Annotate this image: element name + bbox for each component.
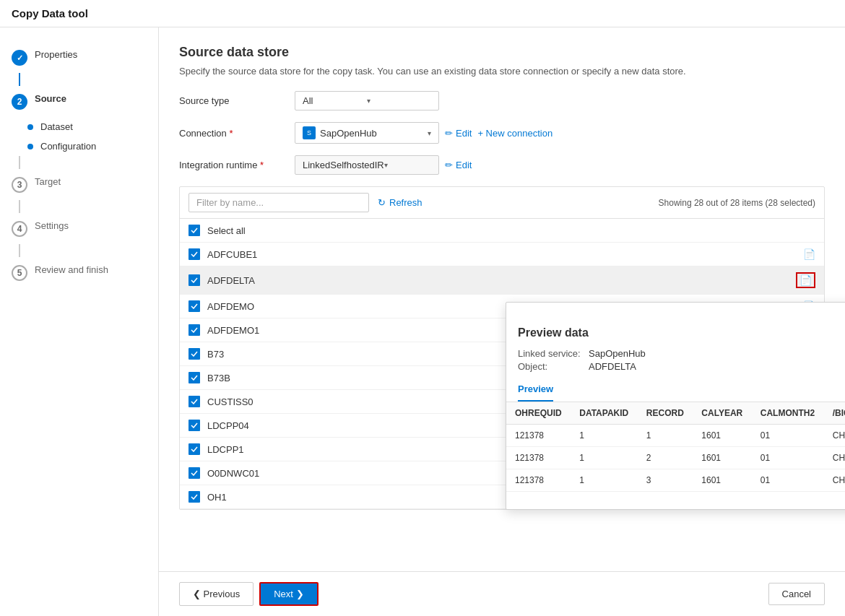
page-title: Source data store (179, 45, 825, 60)
sidebar-item-dataset[interactable]: Dataset (0, 117, 158, 136)
new-connection-link[interactable]: + New connection (477, 128, 552, 139)
preview-object-row: Object: ADFDELTA (518, 361, 845, 372)
connector-4 (19, 244, 20, 257)
app-title: Copy Data tool (0, 0, 845, 27)
item-name-5: B73B (207, 373, 230, 383)
edit-pencil-icon: ✏ (445, 128, 453, 139)
table-row: 121378 1 3 1601 01 CH04 AM (506, 469, 845, 492)
item-checkbox-4[interactable] (188, 348, 200, 360)
item-checkbox-2[interactable] (188, 300, 200, 312)
preview-panel: ⧈ ✕ Preview data Linked service: SapOpen… (506, 302, 845, 510)
table-toolbar: ↻ Refresh Showing 28 out of 28 items (28… (180, 187, 824, 219)
next-button[interactable]: Next ❯ (259, 582, 318, 606)
sidebar-label-settings: Settings (35, 220, 69, 231)
sidebar-item-source[interactable]: 2 Source (0, 86, 158, 117)
source-type-row: Source type All ▾ (179, 91, 825, 110)
refresh-button[interactable]: ↻ Refresh (378, 197, 422, 208)
item-name-8: LDCPP1 (207, 444, 244, 455)
cell: 1601 (693, 447, 751, 469)
col-header-4: CALMONTH2 (752, 402, 824, 425)
select-all-label: Select all (207, 225, 246, 236)
preview-title: Preview data (506, 324, 845, 345)
item-checkbox-6[interactable] (188, 396, 200, 407)
col-header-3: CALYEAR (693, 402, 751, 425)
sidebar-item-properties[interactable]: ✓ Properties (0, 42, 158, 73)
footer-nav: ❮ Previous Next ❯ (179, 582, 318, 606)
cell: 3 (638, 469, 693, 492)
connection-dropdown[interactable]: S SapOpenHub ▾ (295, 122, 439, 144)
page-description: Specify the source data store for the co… (179, 66, 825, 77)
table-row: 121378 1 2 1601 01 CH02 AM (506, 447, 845, 469)
item-checkbox-1[interactable] (188, 274, 200, 286)
table-row: 121378 1 1 1601 01 CH02 AM (506, 425, 845, 447)
refresh-icon: ↻ (378, 197, 386, 208)
item-name-6: CUSTISS0 (207, 396, 254, 407)
cell: 1 (571, 469, 638, 492)
item-checkbox-9[interactable] (188, 467, 200, 479)
edit-integration-icon: ✏ (445, 160, 453, 170)
item-name-7: LDCPP04 (207, 420, 249, 431)
col-header-0: OHREQUID (506, 402, 571, 425)
connection-label: Connection * (179, 128, 295, 139)
sidebar-item-target[interactable]: 3 Target (0, 169, 158, 200)
sidebar: ✓ Properties 2 Source Dataset (0, 27, 159, 616)
connector-1 (19, 73, 20, 86)
previous-button[interactable]: ❮ Previous (179, 582, 254, 606)
item-name-0: ADFCUBE1 (207, 249, 257, 260)
step-circle-source: 2 (12, 94, 27, 110)
sidebar-item-settings[interactable]: 4 Settings (0, 213, 158, 244)
cell: 1601 (693, 469, 751, 492)
preview-icon-1[interactable]: 📄 (796, 272, 815, 288)
preview-tab[interactable]: Preview (518, 378, 553, 402)
sidebar-label-target: Target (35, 176, 61, 187)
new-connection-label: + New connection (477, 128, 552, 139)
preview-header: ⧈ ✕ (506, 303, 845, 324)
sidebar-label-configuration: Configuration (40, 141, 96, 152)
cell: CH04 (824, 469, 845, 492)
preview-icon-0[interactable]: 📄 (803, 248, 815, 260)
cell: 01 (752, 469, 824, 492)
col-header-5: /BIC/PBOOK (824, 402, 845, 425)
footer: ❮ Previous Next ❯ Cancel (159, 571, 845, 616)
edit-integration-link[interactable]: ✏ Edit (445, 160, 472, 170)
resize-handle[interactable]: ⤡ (506, 492, 845, 509)
preview-linked-service-value: SapOpenHub (589, 348, 646, 359)
select-all-checkbox[interactable] (188, 225, 200, 236)
source-type-dropdown[interactable]: All ▾ (295, 91, 439, 110)
item-checkbox-0[interactable] (188, 248, 200, 260)
cancel-button[interactable]: Cancel (768, 583, 825, 605)
item-name-2: ADFDEMO (207, 301, 254, 312)
connector-2 (19, 156, 20, 169)
connector-3 (19, 200, 20, 213)
connection-row: Connection * S SapOpenHub ▾ ✏ Edit (179, 122, 825, 144)
cell: 1 (571, 425, 638, 447)
item-name-3: ADFDEMO1 (207, 325, 259, 336)
item-checkbox-10[interactable] (188, 491, 200, 503)
sidebar-label-review: Review and finish (35, 264, 108, 275)
item-checkbox-8[interactable] (188, 443, 200, 455)
integration-runtime-dropdown[interactable]: LinkedSelfhostedIR ▾ (295, 155, 439, 175)
item-name-4: B73 (207, 349, 224, 360)
sidebar-label-properties: Properties (35, 49, 77, 60)
filter-input[interactable] (188, 193, 369, 212)
source-type-arrow-icon: ▾ (367, 97, 431, 105)
item-checkbox-5[interactable] (188, 372, 200, 383)
edit-connection-label: Edit (456, 128, 472, 139)
sidebar-item-configuration[interactable]: Configuration (0, 136, 158, 156)
list-item[interactable]: ADFCUBE1 📄 (180, 243, 824, 266)
showing-text: Showing 28 out of 28 items (28 selected) (659, 198, 815, 208)
edit-connection-link[interactable]: ✏ Edit (445, 128, 472, 139)
cell: 1 (571, 447, 638, 469)
cell: 121378 (506, 425, 571, 447)
integration-runtime-value: LinkedSelfhostedIR (303, 160, 384, 170)
item-name-9: O0DNWC01 (207, 468, 259, 479)
item-checkbox-7[interactable] (188, 420, 200, 431)
item-checkbox-3[interactable] (188, 324, 200, 336)
list-item[interactable]: ADFDELTA 📄 (180, 266, 824, 295)
sidebar-item-review[interactable]: 5 Review and finish (0, 257, 158, 288)
preview-tabs: Preview (506, 378, 845, 402)
cell: 2 (638, 447, 693, 469)
cell: 01 (752, 425, 824, 447)
select-all-item[interactable]: Select all (180, 219, 824, 243)
preview-object-label: Object: (518, 361, 583, 372)
